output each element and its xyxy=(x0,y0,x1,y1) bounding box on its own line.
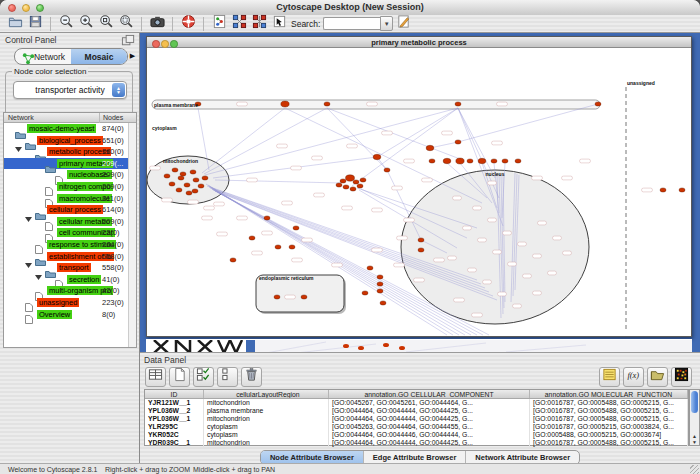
network-node[interactable] xyxy=(515,159,521,163)
network-edge[interactable] xyxy=(215,180,341,183)
network-node[interactable] xyxy=(467,159,473,163)
tree-row-establishment-of-lo[interactable]: establishment of lo558(0) xyxy=(4,251,130,263)
tree-row-nitrogen-compo[interactable]: nitrogen compo209(0) xyxy=(4,181,130,193)
network-node[interactable] xyxy=(169,182,175,186)
network-edge[interactable] xyxy=(204,108,327,174)
network-node[interactable] xyxy=(455,140,461,144)
table-row[interactable]: YDR039C__1mitochondrion[GO:0044464, GO:0… xyxy=(145,439,688,447)
layout-force-button[interactable] xyxy=(250,16,268,32)
network-graph[interactable]: plasma membranecytoplasmmitochondrionnuc… xyxy=(147,48,691,336)
network-node[interactable] xyxy=(426,145,434,150)
network-node[interactable] xyxy=(502,159,508,163)
network-node[interactable] xyxy=(192,189,198,193)
table-scrollbar[interactable]: ▲▼ xyxy=(689,389,700,446)
network-edge[interactable] xyxy=(430,142,458,148)
network-edge[interactable] xyxy=(285,108,482,203)
delete-attribute-button[interactable] xyxy=(241,367,262,387)
column-header-cellular-component[interactable]: annotation.GO CELLULAR_COMPONENT xyxy=(329,390,530,398)
network-edge[interactable] xyxy=(205,108,458,175)
network-node[interactable] xyxy=(301,295,307,299)
snapshot-button[interactable] xyxy=(148,16,166,32)
network-node[interactable] xyxy=(190,170,196,174)
network-edge[interactable] xyxy=(352,108,458,186)
network-window-titlebar[interactable]: primary metabolic process xyxy=(147,37,691,48)
network-node[interactable] xyxy=(172,168,178,172)
network-node[interactable] xyxy=(230,258,236,262)
tree-row-cell-communicat[interactable]: cell communicat22(0) xyxy=(4,227,130,239)
tree-row-cellular-metabo[interactable]: cellular metabo209(0) xyxy=(4,216,130,228)
tree-row-cellular-process[interactable]: cellular process614(0) xyxy=(4,204,130,216)
tree-column-divider[interactable] xyxy=(99,113,100,123)
network-node[interactable] xyxy=(289,245,295,249)
tree-scrollbar[interactable] xyxy=(128,123,136,347)
help-button[interactable] xyxy=(179,16,197,32)
network-node[interactable] xyxy=(178,176,184,180)
matrix-button[interactable] xyxy=(671,367,692,387)
table-row[interactable]: YPL036W__1mitochondrion[GO:0044464, GO:0… xyxy=(145,415,688,423)
network-node[interactable] xyxy=(202,176,208,180)
import-attributes-button[interactable] xyxy=(647,367,668,387)
network-node[interactable] xyxy=(249,236,255,240)
network-edge[interactable] xyxy=(202,108,285,173)
function-builder-button[interactable]: f(x) xyxy=(623,367,644,387)
network-node[interactable] xyxy=(377,275,383,279)
save-session-button[interactable] xyxy=(26,16,44,32)
network-node[interactable] xyxy=(281,101,289,107)
network-node[interactable] xyxy=(384,168,390,172)
zoom-out-button[interactable] xyxy=(57,16,75,32)
network-node[interactable] xyxy=(353,180,359,184)
resize-grip[interactable] xyxy=(690,465,699,474)
tree-row-secretion[interactable]: secretion41(0) xyxy=(4,274,130,286)
network-node[interactable] xyxy=(264,216,270,220)
node-color-dropdown[interactable]: transporter activity ▲▼ xyxy=(13,81,127,99)
network-node[interactable] xyxy=(176,188,182,192)
background-window-preview[interactable] xyxy=(146,339,692,352)
network-node[interactable] xyxy=(186,191,192,195)
zoom-selected-button[interactable] xyxy=(97,16,115,32)
network-edge[interactable] xyxy=(458,104,598,142)
network-node[interactable] xyxy=(360,178,366,182)
network-node[interactable] xyxy=(336,183,342,187)
network-node[interactable] xyxy=(193,178,199,182)
network-node[interactable] xyxy=(429,159,435,163)
table-row[interactable]: YPL036W__2plasma membrane[GO:0044464, GO… xyxy=(145,407,688,415)
network-node[interactable] xyxy=(275,245,281,249)
table-scrollbar-arrows[interactable]: ▲▼ xyxy=(690,433,699,445)
network-node[interactable] xyxy=(346,175,355,181)
tree-row-response-to-stimulu[interactable]: response to stimulu264(0) xyxy=(4,239,130,251)
attribute-table-button[interactable] xyxy=(145,367,166,387)
network-node[interactable] xyxy=(367,266,373,270)
network-node[interactable] xyxy=(180,172,186,176)
notes-button[interactable] xyxy=(599,367,620,387)
float-panel-icon[interactable] xyxy=(121,34,133,45)
network-node[interactable] xyxy=(443,158,451,163)
tab-overflow-button[interactable]: ▶ xyxy=(128,50,137,61)
table-row[interactable]: YKR052Ccytoplasm[GO:0044464, GO:0044446,… xyxy=(145,431,688,439)
column-header-molecular-function[interactable]: annotation.GO MOLECULAR_FUNCTION xyxy=(530,390,688,398)
network-node[interactable] xyxy=(324,102,330,106)
network-node[interactable] xyxy=(478,158,486,163)
network-node[interactable] xyxy=(274,295,280,299)
annotation-button[interactable] xyxy=(270,16,288,32)
tree-row-macromolecule[interactable]: macromolecule311(0) xyxy=(4,193,130,205)
tree-row-biological-process[interactable]: biological_process651(0) xyxy=(4,135,130,147)
tree-row-transport[interactable]: transport558(0) xyxy=(4,262,130,274)
tab-mosaic[interactable]: Mosaic xyxy=(71,49,127,64)
open-session-button[interactable] xyxy=(6,16,24,32)
zoom-fit-button[interactable] xyxy=(117,16,135,32)
tree-row-metabolic-process[interactable]: metabolic process280(0) xyxy=(4,146,130,158)
network-node[interactable] xyxy=(343,185,349,189)
edit-page-button[interactable] xyxy=(394,16,412,32)
tree-row-unassigned[interactable]: unassigned223(0) xyxy=(4,297,130,309)
network-node[interactable] xyxy=(491,159,497,163)
tree-row-multi-organism-pro[interactable]: multi-organism pro42(0) xyxy=(4,285,130,297)
select-attributes-button[interactable] xyxy=(193,367,214,387)
network-node[interactable] xyxy=(293,226,299,230)
table-row[interactable]: YJR121W__1mitochondrion[GO:0045267, GO:0… xyxy=(145,399,688,407)
network-node[interactable] xyxy=(357,184,363,188)
network-node[interactable] xyxy=(660,188,666,192)
tab-network[interactable]: Network xyxy=(15,49,71,64)
network-node[interactable] xyxy=(679,188,685,192)
network-node[interactable] xyxy=(418,238,424,242)
network-node[interactable] xyxy=(456,158,464,164)
